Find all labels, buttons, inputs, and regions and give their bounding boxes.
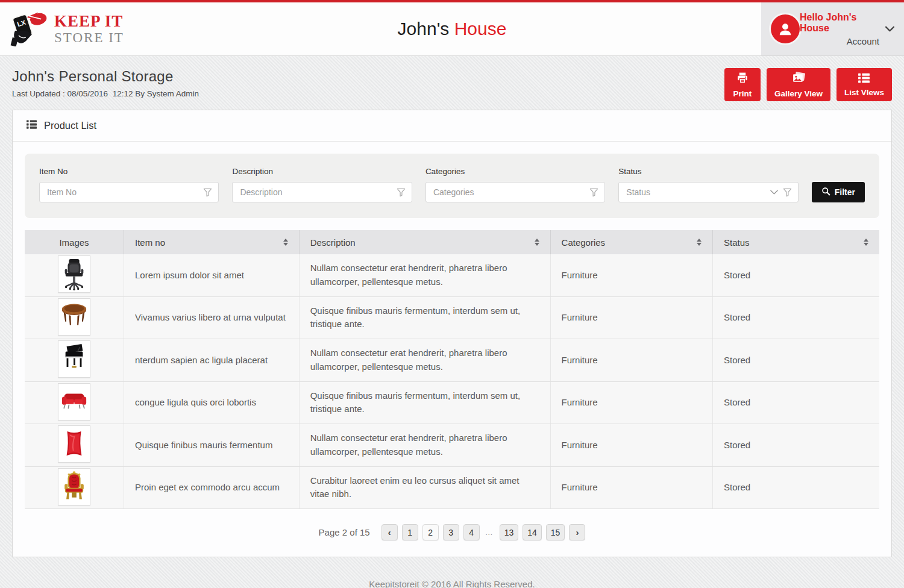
page-button-13[interactable]: 13 bbox=[500, 524, 519, 540]
filter-input-categories[interactable] bbox=[425, 182, 605, 202]
cell-category: Furniture bbox=[550, 339, 712, 382]
column-label: Status bbox=[724, 237, 750, 248]
site-title-red: House bbox=[454, 19, 507, 39]
cell-item-no: Quisque finibus mauris fermentum bbox=[124, 424, 299, 467]
cell-image bbox=[25, 424, 124, 467]
column-header-status[interactable]: Status bbox=[712, 230, 879, 254]
filter-input-item-no[interactable] bbox=[39, 182, 219, 202]
filter-field-item-no: Item No bbox=[39, 167, 219, 202]
cell-category: Furniture bbox=[550, 296, 712, 339]
page-button-15[interactable]: 15 bbox=[546, 524, 565, 540]
throne-chair-image[interactable] bbox=[58, 468, 90, 505]
table-row: Quisque finibus mauris fermentumNullam c… bbox=[25, 424, 879, 467]
filter-input-description[interactable] bbox=[232, 182, 412, 202]
cell-item-no: Lorem ipsum dolor sit amet bbox=[124, 254, 299, 296]
column-header-item-no[interactable]: Item no bbox=[124, 230, 299, 254]
account-greeting: Hello John's House bbox=[800, 12, 879, 34]
cell-image bbox=[25, 254, 124, 296]
red-pillow-image[interactable] bbox=[58, 425, 90, 463]
page-button-2[interactable]: 2 bbox=[422, 524, 439, 540]
table-row: Lorem ipsum dolor sit ametNullam consect… bbox=[25, 254, 879, 296]
cell-status: Stored bbox=[712, 381, 879, 424]
table-row: Proin eget ex commodo arcu accumCurabitu… bbox=[25, 466, 879, 509]
filter-label: Categories bbox=[425, 167, 605, 176]
cell-status: Stored bbox=[712, 466, 879, 509]
filter-button[interactable]: Filter bbox=[812, 182, 865, 202]
last-updated-text: Last Updated : 08/05/2016 12:12 By Syste… bbox=[12, 89, 199, 98]
page-head-left: John's Personal Storage Last Updated : 0… bbox=[12, 68, 199, 98]
pagination: Page 2 of 15 ‹1234…131415› bbox=[13, 524, 891, 540]
round-table-image[interactable] bbox=[58, 298, 90, 336]
filter-label: Description bbox=[232, 167, 412, 176]
gallery-view-button-label: Gallery View bbox=[774, 89, 823, 98]
table-row: Vivamus varius libero at urna vulputatQu… bbox=[25, 296, 879, 339]
filter-field-status: Status bbox=[618, 167, 798, 202]
sort-up-arrow bbox=[283, 239, 288, 242]
page-button-14[interactable]: 14 bbox=[523, 524, 542, 540]
cell-image bbox=[25, 381, 124, 424]
product-list-icon bbox=[26, 119, 37, 132]
office-chair-image[interactable] bbox=[58, 255, 90, 293]
page-buttons: ‹1234…131415› bbox=[381, 524, 586, 540]
cell-description: Curabitur laoreet enim eu leo cursus ali… bbox=[299, 466, 550, 509]
page-button-3[interactable]: 3 bbox=[443, 524, 459, 540]
filter-input-wrap bbox=[425, 182, 605, 202]
header: LX KEEP IT STORE IT John's House Hello J… bbox=[0, 2, 904, 56]
filter-field-categories: Categories bbox=[425, 167, 605, 202]
account-menu[interactable]: Hello John's House Account bbox=[761, 2, 904, 55]
cell-category: Furniture bbox=[550, 254, 712, 296]
cell-item-no: nterdum sapien ac ligula placerat bbox=[124, 339, 299, 382]
cell-description: Quisque finibus mauris fermentum, interd… bbox=[299, 296, 550, 339]
gallery-view-button[interactable]: Gallery View bbox=[767, 68, 830, 101]
sort-up-arrow bbox=[697, 239, 702, 242]
red-sofa-image[interactable] bbox=[58, 383, 90, 421]
filter-input-wrap bbox=[618, 182, 798, 202]
sort-up-arrow bbox=[864, 239, 868, 242]
account-text: Hello John's House Account bbox=[800, 12, 885, 46]
footer-copyright: Keepitstoreit © 2016 All Rights Reserved… bbox=[0, 579, 904, 588]
page-button-4[interactable]: 4 bbox=[463, 524, 480, 540]
table-row: congue ligula quis orci lobortisQuisque … bbox=[25, 381, 879, 424]
prev-page-button[interactable]: ‹ bbox=[381, 524, 398, 540]
cell-description: Quisque finibus mauris fermentum, interd… bbox=[299, 381, 550, 424]
list-icon bbox=[858, 72, 870, 86]
toolbar: PrintGallery ViewList VIews bbox=[724, 68, 892, 101]
cell-status: Stored bbox=[712, 254, 879, 296]
column-header-images: Images bbox=[25, 230, 124, 254]
column-header-description[interactable]: Description bbox=[299, 230, 550, 254]
sort-down-arrow bbox=[864, 243, 868, 246]
cell-category: Furniture bbox=[550, 381, 712, 424]
column-header-inner: Images bbox=[36, 237, 113, 248]
filter-field-description: Description bbox=[232, 167, 412, 202]
filter-fields: Item NoDescriptionCategoriesStatus bbox=[39, 167, 799, 202]
filter-input-wrap bbox=[232, 182, 412, 202]
column-label: Images bbox=[59, 237, 89, 248]
panel-title: Product List bbox=[44, 120, 96, 131]
next-page-button[interactable]: › bbox=[569, 524, 585, 540]
list-views-button-label: List VIews bbox=[844, 88, 884, 97]
print-button-label: Print bbox=[733, 89, 752, 98]
cell-status: Stored bbox=[712, 424, 879, 467]
chevron-down-icon bbox=[885, 23, 894, 34]
column-header-inner: Categories bbox=[562, 237, 702, 248]
print-button[interactable]: Print bbox=[724, 68, 761, 101]
funnel-icon bbox=[202, 187, 213, 198]
product-list-panel: Product List Item NoDescriptionCategorie… bbox=[12, 110, 892, 557]
cell-category: Furniture bbox=[550, 424, 712, 467]
filter-button-label: Filter bbox=[835, 187, 855, 197]
cell-description: Nullam consectetur erat hendrerit, phare… bbox=[299, 254, 550, 296]
column-label: Item no bbox=[135, 237, 165, 248]
user-icon bbox=[771, 14, 800, 43]
cell-status: Stored bbox=[712, 339, 879, 382]
brand-logo[interactable]: LX KEEP IT STORE IT bbox=[0, 9, 124, 49]
cell-item-no: Proin eget ex commodo arcu accum bbox=[124, 466, 299, 509]
sort-down-arrow bbox=[535, 243, 539, 246]
list-views-button[interactable]: List VIews bbox=[837, 68, 892, 101]
printer-icon bbox=[735, 71, 750, 87]
filter-label: Item No bbox=[39, 167, 219, 176]
grand-piano-image[interactable] bbox=[58, 340, 90, 378]
pagination-ellipsis: … bbox=[485, 528, 494, 537]
hand-device-bird-icon: LX bbox=[8, 9, 48, 49]
page-button-1[interactable]: 1 bbox=[402, 524, 418, 540]
column-header-categories[interactable]: Categories bbox=[550, 230, 712, 254]
